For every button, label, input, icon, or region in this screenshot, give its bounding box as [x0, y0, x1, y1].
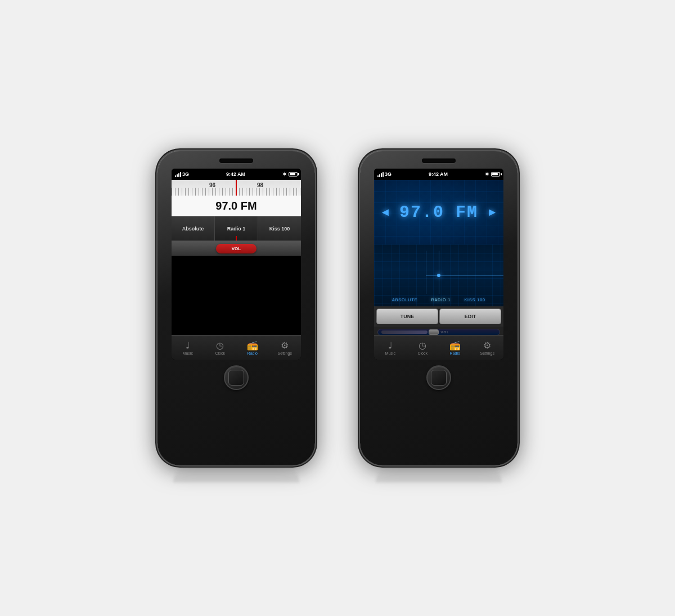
signal-bar-4 — [180, 172, 181, 177]
tab-radio-label-right: Radio — [450, 351, 460, 355]
edit-button-right[interactable]: EDIT — [439, 309, 501, 324]
home-inner-left — [228, 370, 244, 386]
tune-button-right[interactable]: TUNE — [376, 309, 438, 324]
vol-thumb — [429, 329, 439, 335]
clock-icon-right: ◷ — [418, 340, 426, 351]
tab-settings-right[interactable]: ⚙ Settings — [471, 340, 504, 355]
radio-icon-left: 📻 — [247, 340, 258, 351]
wave-dot — [437, 274, 440, 277]
battery-fill-left — [290, 173, 295, 175]
time-right: 9:42 AM — [429, 171, 448, 177]
digital-controls: TUNE EDIT — [374, 306, 503, 327]
digital-display: ◄ 97.0 FM ► — [374, 180, 503, 244]
status-left-right: 3G — [377, 171, 392, 177]
settings-icon-right: ⚙ — [483, 340, 491, 351]
battery-fill-right — [492, 173, 498, 175]
status-right-left: ✶ — [282, 171, 298, 177]
tab-settings-label-left: Settings — [278, 351, 292, 355]
time-left: 9:42 AM — [226, 171, 245, 177]
wave-preset-absolute[interactable]: ABSOLUTE — [392, 298, 417, 302]
signal-bar-2 — [177, 174, 178, 177]
tab-bar-right: ♩ Music ◷ Clock 📻 Radio ⚙ Settings — [374, 335, 503, 360]
home-button-left[interactable] — [224, 365, 249, 390]
top-speaker-left — [219, 158, 253, 163]
tab-clock-right[interactable]: ◷ Clock — [407, 340, 439, 355]
digital-freq-display: 97.0 FM — [399, 203, 478, 222]
status-bar-left: 3G 9:42 AM ✶ — [172, 169, 301, 180]
signal-bar-r2 — [379, 174, 380, 177]
arrow-right-icon[interactable]: ► — [487, 206, 498, 219]
status-bar-right: 3G 9:42 AM ✶ — [374, 169, 503, 180]
top-speaker-right — [422, 158, 456, 163]
iphone-left: 3G 9:42 AM ✶ 96 98 — [158, 151, 315, 465]
screen-right: 3G 9:42 AM ✶ ◄ 97.0 FM ► — [374, 169, 503, 360]
preset-absolute[interactable]: Absolute — [172, 216, 215, 241]
network-type-right: 3G — [385, 171, 392, 177]
signal-bar-1 — [175, 175, 176, 177]
signal-bars-right — [377, 172, 384, 177]
signal-bar-3 — [178, 173, 179, 177]
tab-radio-label-left: Radio — [248, 351, 258, 355]
tab-settings-label-right: Settings — [480, 351, 494, 355]
vol-button-left[interactable]: VOL — [216, 244, 256, 253]
phone1-main: 96 98 97.0 FM Absolute Radio 1 Kiss 100 — [172, 180, 301, 256]
vol-fill — [381, 330, 428, 334]
battery-left — [289, 172, 298, 176]
status-left-left: 3G — [175, 171, 189, 177]
current-freq-left: 97.0 FM — [215, 200, 256, 212]
preset-radio1[interactable]: Radio 1 — [215, 216, 258, 241]
wave-preset-radio1[interactable]: RADIO 1 — [431, 298, 451, 302]
wave-preset-kiss100[interactable]: KISS 100 — [464, 298, 485, 302]
tab-clock-label-right: Clock — [417, 351, 428, 355]
signal-bar-r4 — [382, 172, 384, 177]
tab-music-right[interactable]: ♩ Music — [374, 340, 407, 355]
tab-clock-left[interactable]: ◷ Clock — [204, 340, 237, 355]
home-inner-right — [431, 370, 447, 386]
tab-music-label-right: Music — [385, 351, 395, 355]
music-icon-right: ♩ — [388, 340, 393, 351]
tab-music-label-left: Music — [183, 351, 193, 355]
screen-left: 3G 9:42 AM ✶ 96 98 — [172, 169, 301, 360]
signal-bars-left — [175, 172, 181, 177]
signal-bar-r1 — [377, 175, 379, 177]
crosshair-v2 — [426, 251, 426, 294]
signal-bar-r3 — [381, 173, 382, 177]
tab-radio-left[interactable]: 📻 Radio — [236, 340, 269, 355]
presets-section-left: Absolute Radio 1 Kiss 100 — [172, 216, 301, 241]
radio-icon-right: 📻 — [449, 340, 461, 351]
tab-music-left[interactable]: ♩ Music — [172, 340, 204, 355]
status-right-right: ✶ — [485, 171, 500, 177]
crosshair-v — [439, 251, 439, 294]
home-button-right[interactable] — [426, 365, 451, 390]
preset-kiss100[interactable]: Kiss 100 — [258, 216, 301, 241]
phone2-main: ◄ 97.0 FM ► ABSOLUTE RADIO 1 KISS 100 T — [374, 180, 503, 338]
music-icon-left: ♩ — [186, 340, 190, 351]
tuner-needle — [236, 180, 237, 196]
bluetooth-icon-right: ✶ — [485, 171, 489, 177]
network-type-left: 3G — [182, 171, 189, 177]
digital-wave: ABSOLUTE RADIO 1 KISS 100 — [374, 244, 503, 306]
vol-bar-left: VOL — [172, 241, 301, 256]
wave-presets: ABSOLUTE RADIO 1 KISS 100 — [374, 298, 503, 302]
tuner-section: 96 98 97.0 FM — [172, 180, 301, 216]
iphone-right: 3G 9:42 AM ✶ ◄ 97.0 FM ► — [360, 151, 518, 465]
tab-radio-right[interactable]: 📻 Radio — [439, 340, 471, 355]
bluetooth-icon-left: ✶ — [282, 171, 287, 177]
tab-clock-label-left: Clock — [215, 351, 225, 355]
vol-label-right: VOL — [441, 330, 449, 334]
battery-right — [491, 172, 500, 176]
tab-bar-left: ♩ Music ◷ Clock 📻 Radio ⚙ Settings — [172, 335, 301, 360]
frequency-display: 97.0 FM — [172, 196, 301, 216]
tuner-scale: 96 98 — [172, 180, 301, 196]
settings-icon-left: ⚙ — [281, 340, 289, 351]
tab-settings-left[interactable]: ⚙ Settings — [269, 340, 302, 355]
arrow-left-icon[interactable]: ◄ — [380, 206, 391, 219]
clock-icon-left: ◷ — [216, 340, 224, 351]
